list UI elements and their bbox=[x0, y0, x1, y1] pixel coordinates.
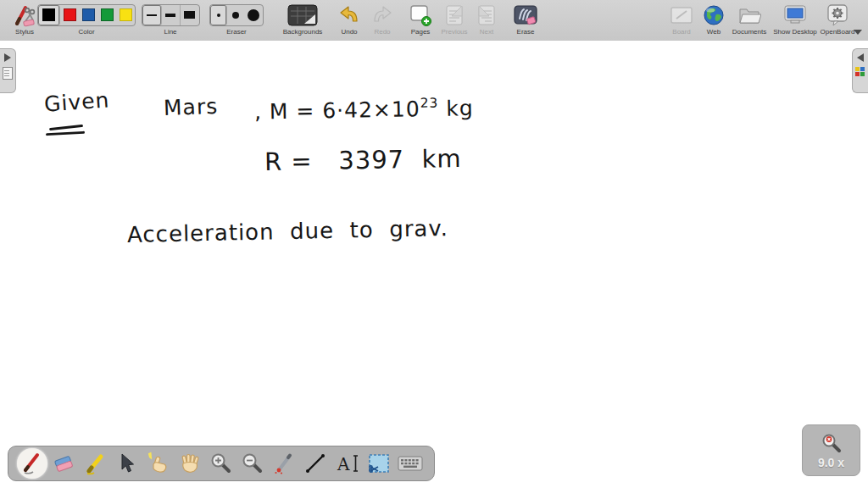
expand-left-icon bbox=[857, 53, 864, 62]
library-panel-tab-right[interactable] bbox=[852, 48, 868, 93]
redo-label: Redo bbox=[374, 28, 390, 36]
zoom-in-icon bbox=[209, 452, 233, 475]
previous-page-icon bbox=[444, 3, 465, 27]
web-button[interactable]: Web bbox=[700, 3, 727, 36]
text-tool-button[interactable]: A bbox=[332, 448, 363, 479]
open-hand-icon bbox=[178, 452, 202, 475]
capture-tool-button[interactable] bbox=[364, 448, 394, 479]
zoom-in-tool-button[interactable] bbox=[206, 448, 236, 479]
show-desktop-button[interactable]: Show Desktop bbox=[771, 3, 820, 36]
erase-button[interactable]: Erase bbox=[508, 3, 543, 36]
expand-right-icon bbox=[4, 53, 11, 62]
zoom-factor-label: 9.0 x bbox=[818, 456, 844, 469]
handwriting-radius: R = 3397 km bbox=[264, 144, 462, 176]
handwriting-mass-prefix: , M = 6·42×10 bbox=[254, 97, 420, 124]
web-label: Web bbox=[707, 28, 721, 36]
color-swatch-green[interactable] bbox=[97, 5, 116, 25]
pen-icon bbox=[20, 452, 44, 475]
board-button: Board bbox=[667, 3, 696, 36]
swatch-blue bbox=[82, 8, 95, 21]
eraser-icon bbox=[52, 452, 75, 475]
selector-tool-button[interactable] bbox=[111, 448, 142, 479]
zoom-reset-icon bbox=[821, 432, 843, 454]
line-group: Line bbox=[142, 3, 199, 36]
line-thick-button[interactable] bbox=[181, 5, 199, 25]
pages-icon bbox=[409, 3, 432, 27]
pen-tool-button[interactable] bbox=[17, 448, 47, 479]
line-tool-button[interactable] bbox=[300, 448, 331, 479]
line-label: Line bbox=[164, 28, 176, 36]
backgrounds-button[interactable]: Backgrounds bbox=[277, 3, 328, 36]
laser-pointer-icon bbox=[272, 452, 296, 475]
board-icon bbox=[670, 3, 693, 27]
library-panel-tab-left[interactable] bbox=[0, 48, 16, 93]
undo-button[interactable]: Undo bbox=[333, 3, 365, 36]
handwriting-given: Given bbox=[43, 87, 110, 116]
erase-label: Erase bbox=[517, 28, 535, 36]
marker-tool-button[interactable] bbox=[80, 448, 110, 479]
eraser-medium-button[interactable] bbox=[227, 5, 244, 25]
backgrounds-icon bbox=[287, 3, 318, 27]
capture-icon bbox=[367, 452, 391, 474]
handwriting-mass-unit: kg bbox=[438, 96, 474, 121]
eraser-large-button[interactable] bbox=[244, 5, 263, 25]
handwriting-underline-2 bbox=[46, 131, 85, 136]
zoom-out-tool-button[interactable] bbox=[237, 448, 268, 479]
handwriting-mass: , M = 6·42×1023 kg bbox=[254, 96, 474, 125]
redo-icon bbox=[371, 3, 393, 27]
pages-label: Pages bbox=[411, 28, 431, 36]
line-thin-button[interactable] bbox=[142, 5, 162, 25]
pan-hand-tool-button[interactable] bbox=[175, 448, 205, 479]
top-toolbar: Stylus Color Line bbox=[0, 0, 868, 42]
next-label: Next bbox=[480, 28, 493, 36]
line-icon bbox=[304, 452, 326, 474]
marker-icon bbox=[83, 452, 107, 475]
svg-text:A: A bbox=[337, 454, 350, 474]
eraser-small-button[interactable] bbox=[210, 5, 227, 25]
show-desktop-label: Show Desktop bbox=[773, 28, 817, 36]
pointing-hand-icon bbox=[147, 452, 170, 475]
handwriting-underline-1 bbox=[49, 125, 83, 130]
erase-icon bbox=[513, 3, 538, 27]
previous-label: Previous bbox=[441, 28, 467, 36]
pages-panel-icon bbox=[3, 67, 13, 80]
openboard-menu-button[interactable]: OpenBoard bbox=[816, 3, 859, 36]
undo-label: Undo bbox=[341, 28, 357, 36]
cursor-arrow-icon bbox=[116, 452, 136, 474]
virtual-keyboard-tool-button[interactable] bbox=[395, 448, 426, 479]
color-swatch-red[interactable] bbox=[60, 5, 79, 25]
stylus-label: Stylus bbox=[15, 28, 34, 36]
zoom-out-icon bbox=[241, 452, 264, 475]
handwriting-acceleration: Acceleration due to grav. bbox=[127, 215, 449, 247]
next-page-icon bbox=[476, 3, 497, 27]
handwriting-mars: Mars bbox=[164, 94, 219, 120]
openboard-gear-icon bbox=[826, 3, 849, 27]
line-medium-button[interactable] bbox=[162, 5, 181, 25]
next-page-button: Next bbox=[472, 3, 501, 36]
eraser-label: Eraser bbox=[226, 28, 247, 36]
color-swatch-yellow[interactable] bbox=[116, 5, 135, 25]
color-swatch-blue[interactable] bbox=[79, 5, 97, 25]
laser-pointer-tool-button[interactable] bbox=[269, 448, 299, 479]
redo-button: Redo bbox=[367, 3, 398, 36]
color-label: Color bbox=[78, 28, 94, 36]
eraser-tool-button[interactable] bbox=[48, 448, 79, 479]
board-label: Board bbox=[672, 28, 690, 36]
swatch-black bbox=[42, 8, 55, 21]
pages-button[interactable]: Pages bbox=[404, 3, 437, 36]
bottom-toolbar: A bbox=[8, 446, 435, 481]
stylus-icon bbox=[13, 3, 36, 27]
undo-icon bbox=[338, 3, 360, 27]
color-group: Color bbox=[39, 3, 134, 36]
eraser-group: Eraser bbox=[209, 3, 264, 36]
swatch-green bbox=[101, 8, 114, 21]
documents-button[interactable]: Documents bbox=[726, 3, 772, 36]
interact-pointer-tool-button[interactable] bbox=[143, 448, 174, 479]
whiteboard-canvas[interactable]: Given Mars , M = 6·42×1023 kg R = 3397 k… bbox=[0, 41, 868, 488]
library-icon bbox=[855, 67, 865, 77]
swatch-red bbox=[64, 8, 76, 21]
chevron-down-icon[interactable] bbox=[854, 30, 862, 35]
text-icon: A bbox=[335, 452, 360, 474]
zoom-level-widget[interactable]: 9.0 x bbox=[802, 424, 860, 476]
color-swatch-black[interactable] bbox=[38, 5, 60, 25]
